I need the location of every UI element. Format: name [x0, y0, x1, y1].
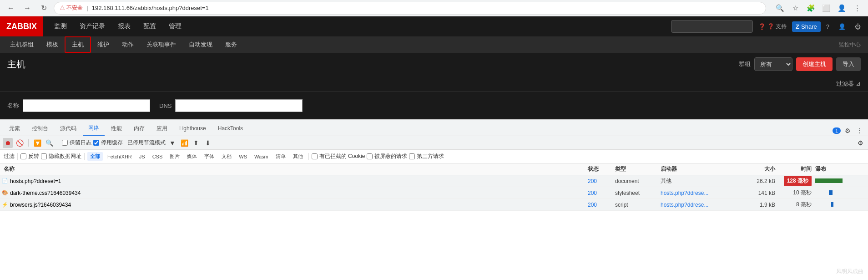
filter-manifest[interactable]: 清单: [273, 152, 288, 161]
import-button[interactable]: 导入: [836, 57, 861, 71]
blocked-cookies-checkbox[interactable]: [312, 153, 318, 159]
tab-console[interactable]: 控制台: [26, 121, 54, 136]
nav-item-reports[interactable]: 报表: [111, 16, 137, 36]
tab-hacktools[interactable]: HackTools: [212, 121, 248, 136]
preserve-log-checkbox[interactable]: [62, 140, 68, 146]
table-row[interactable]: ⚡ browsers.js?1646039434 200 script host…: [0, 199, 868, 211]
subnav-actions[interactable]: 动作: [116, 36, 140, 53]
filter-fetch-xhr[interactable]: Fetch/XHR: [105, 153, 135, 160]
filter-button[interactable]: 🔽: [32, 138, 42, 148]
name-input[interactable]: [23, 99, 150, 112]
name-search-field: 名称: [7, 99, 150, 112]
extension-icon[interactable]: 🧩: [804, 2, 817, 15]
invert-label[interactable]: 反转: [20, 153, 39, 160]
logout-button[interactable]: ⏻: [851, 21, 864, 32]
page-header: 主机 群组 所有 创建主机 导入: [0, 53, 868, 76]
col-name-header: 名称: [0, 165, 586, 173]
nav-item-monitor[interactable]: 监测: [48, 16, 73, 36]
bookmark-icon[interactable]: ☆: [789, 2, 802, 15]
subnav-corr-events[interactable]: 关联项事件: [140, 36, 182, 53]
table-row[interactable]: 🎨 dark-theme.css?1646039434 200 styleshe…: [0, 187, 868, 199]
subnav-maintenance[interactable]: 维护: [91, 36, 116, 53]
stream-dropdown-button[interactable]: ▼: [167, 138, 177, 148]
nav-item-config[interactable]: 配置: [137, 16, 162, 36]
table-row[interactable]: 📄 hosts.php?ddreset=1 200 document 其他 26…: [0, 175, 868, 187]
row-initiator-1: 其他: [659, 177, 741, 185]
hide-data-urls-label[interactable]: 隐藏数据网址: [41, 153, 81, 160]
tab-lighthouse[interactable]: Lighthouse: [174, 121, 212, 136]
tab-sources[interactable]: 源代码: [55, 121, 82, 136]
blocked-requests-checkbox[interactable]: [367, 153, 373, 159]
window-icon[interactable]: ⬜: [820, 2, 833, 15]
blocked-cookies-label[interactable]: 有已拦截的 Cookie: [312, 153, 365, 160]
download-button[interactable]: ⬇: [203, 138, 213, 148]
filter-img[interactable]: 图片: [167, 152, 182, 161]
disable-cache-label[interactable]: 停用缓存: [93, 139, 123, 147]
third-party-checkbox[interactable]: [409, 153, 415, 159]
browser-search-icon[interactable]: 🔍: [773, 2, 786, 15]
row-initiator-3[interactable]: hosts.php?ddrese...: [659, 202, 741, 208]
disable-cache-checkbox[interactable]: [93, 140, 99, 146]
row-initiator-2[interactable]: hosts.php?ddrese...: [659, 190, 741, 196]
tab-application[interactable]: 应用: [151, 121, 173, 136]
support-button[interactable]: ❓ ❓ 支持: [755, 21, 790, 32]
dns-search-field: DNS: [159, 99, 303, 112]
filter-font[interactable]: 字体: [202, 152, 217, 161]
file-icon-js: ⚡: [2, 202, 8, 208]
profile-icon[interactable]: 👤: [835, 2, 848, 15]
filter-toggle-button[interactable]: 过滤器 ⊿: [836, 80, 861, 88]
filter-all-btn[interactable]: 全部: [87, 152, 103, 161]
user-button[interactable]: 👤: [835, 21, 849, 32]
search-row: 名称 DNS: [0, 92, 868, 119]
subnav-services[interactable]: 服务: [219, 36, 243, 53]
top-search-input[interactable]: [671, 20, 753, 33]
filter-js[interactable]: JS: [136, 153, 148, 160]
tab-network[interactable]: 网络: [83, 121, 105, 136]
menu-icon[interactable]: ⋮: [851, 2, 863, 15]
devtools-settings-right[interactable]: ⚙: [855, 138, 865, 148]
toolbar-separator-1: [28, 139, 29, 147]
filter-label-dt: 过滤: [4, 153, 15, 160]
nav-item-admin[interactable]: 管理: [162, 16, 188, 36]
group-select[interactable]: 所有: [754, 57, 792, 71]
waterfall-bar-1: [815, 178, 843, 183]
filter-wasm[interactable]: Wasm: [252, 153, 271, 160]
subnav-hostgroups[interactable]: 主机群组: [4, 36, 40, 53]
preserve-log-label[interactable]: 保留日志: [62, 139, 91, 147]
subnav-autodiscovery[interactable]: 自动发现: [182, 36, 219, 53]
back-button[interactable]: ←: [5, 2, 17, 15]
col-size-header: 大小: [741, 165, 777, 173]
filter-other[interactable]: 其他: [290, 152, 306, 161]
share-button[interactable]: Z Share: [792, 21, 821, 32]
blocked-requests-label[interactable]: 被屏蔽的请求: [367, 153, 407, 160]
filter-doc[interactable]: 文档: [219, 152, 234, 161]
create-host-button[interactable]: 创建主机: [796, 57, 833, 71]
subnav-hosts[interactable]: 主机: [65, 36, 91, 53]
col-type-header: 类型: [613, 165, 659, 173]
filter-css[interactable]: CSS: [150, 153, 166, 160]
devtools-settings-button[interactable]: ⚙: [843, 126, 853, 136]
devtools-tabs: 元素 控制台 源代码 网络 性能 内存 应用 Lighthouse HackTo…: [0, 120, 868, 136]
tab-elements[interactable]: 元素: [4, 121, 25, 136]
clear-button[interactable]: 🚫: [15, 138, 25, 148]
wifi-icon[interactable]: 📶: [179, 138, 189, 148]
row-status-3: 200: [586, 202, 613, 208]
filter-media[interactable]: 媒体: [184, 152, 200, 161]
dns-input[interactable]: [175, 99, 303, 112]
forward-button[interactable]: →: [21, 2, 34, 15]
hide-data-urls-checkbox[interactable]: [41, 153, 47, 159]
record-button[interactable]: ⏺: [3, 138, 13, 148]
help-button[interactable]: ?: [823, 21, 833, 32]
third-party-label[interactable]: 第三方请求: [409, 153, 444, 160]
nav-item-assets[interactable]: 资产记录: [73, 16, 111, 36]
devtools-more-button[interactable]: ⋮: [854, 126, 864, 136]
tab-performance[interactable]: 性能: [106, 121, 127, 136]
tab-memory[interactable]: 内存: [128, 121, 150, 136]
subnav-templates[interactable]: 模板: [40, 36, 65, 53]
refresh-button[interactable]: ↻: [37, 2, 50, 15]
invert-checkbox[interactable]: [20, 153, 26, 159]
upload-button[interactable]: ⬆: [191, 138, 201, 148]
filter-ws[interactable]: WS: [236, 153, 250, 160]
col-initiator-header: 启动器: [659, 165, 741, 173]
search-button[interactable]: 🔍: [44, 138, 54, 148]
